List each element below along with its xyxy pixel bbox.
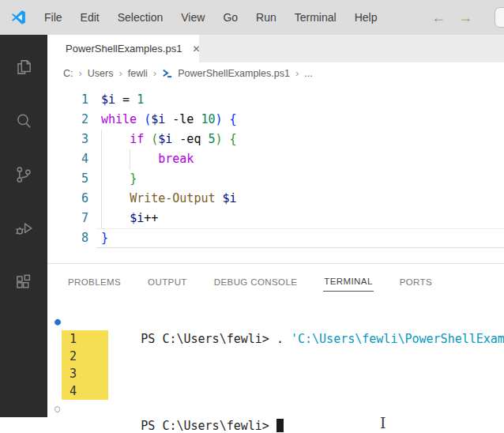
prompt-circle-icon: ○ (55, 400, 60, 417)
code-token (101, 191, 130, 205)
code-token: ++ (144, 211, 158, 225)
terminal-prompt: PS C:\Users\fewli> (141, 419, 269, 433)
code-editor[interactable]: 1 $i = 1 2 while ($i -le 10) { 3 if ($i … (47, 84, 504, 263)
code-line: 1 $i = 1 (47, 90, 504, 110)
terminal-output-line: 3 (47, 365, 504, 382)
code-token (101, 171, 130, 186)
indent-guide (101, 130, 102, 228)
tab-output[interactable]: OUTPUT (147, 273, 188, 292)
code-token: 10 (201, 112, 215, 126)
code-token (144, 132, 151, 146)
code-token (101, 211, 130, 225)
code-line: 2 while ($i -le 10) { (47, 110, 504, 130)
explorer-icon[interactable] (5, 48, 43, 86)
command-center-searchbox[interactable] (495, 7, 504, 28)
line-number: 6 (47, 189, 88, 209)
code-line: 5 } (47, 169, 504, 189)
title-bar: File Edit Selection View Go Run Terminal… (0, 0, 504, 35)
chevron-right-icon: › (119, 67, 122, 79)
line-number: 2 (47, 110, 88, 130)
line-number: 1 (47, 90, 88, 110)
terminal-output-value: 1 (70, 332, 77, 346)
code-token: while (101, 112, 137, 126)
code-token: $i (151, 112, 165, 126)
close-tab-icon[interactable]: ✕ (190, 43, 202, 55)
code-line: 4 break (47, 149, 504, 169)
source-control-icon[interactable] (5, 156, 43, 194)
terminal-command-line: ●PS C:\Users\fewli> . 'C:\Users\fewli\Po… (47, 313, 504, 330)
forward-arrow-icon[interactable]: → (458, 10, 472, 24)
code-line: 3 if ($i -eq 5) { (47, 130, 504, 149)
code-token: if (130, 132, 144, 146)
code-token: } (101, 231, 108, 245)
code-token (101, 132, 130, 146)
code-token: ) (216, 132, 223, 146)
terminal-output-line: 2 (47, 348, 504, 365)
code-token: ( (144, 112, 151, 126)
code-token: 5 (208, 132, 215, 146)
terminal-view[interactable]: ●PS C:\Users\fewli> . 'C:\Users\fewli\Po… (47, 299, 504, 417)
run-and-debug-icon[interactable] (5, 209, 43, 247)
tab-debug-console[interactable]: DEBUG CONSOLE (213, 273, 299, 292)
code-token: -le (165, 112, 201, 126)
vscode-logo-icon (9, 9, 27, 26)
workbench: PowerShellExamples.ps1 ✕ C: › Users › fe… (47, 35, 504, 433)
code-token: $i (130, 211, 144, 225)
code-token: ) (216, 112, 223, 126)
bottom-panel: PROBLEMS OUTPUT DEBUG CONSOLE TERMINAL P… (47, 263, 504, 433)
menu-go[interactable]: Go (223, 11, 238, 24)
command-success-dot-icon[interactable]: ● (55, 313, 61, 330)
terminal-output-value: 4 (70, 384, 77, 398)
tab-powershellexamples[interactable]: PowerShellExamples.ps1 ✕ (47, 35, 199, 62)
code-token (216, 191, 223, 205)
code-token (137, 112, 144, 126)
terminal-output-value: 2 (70, 349, 77, 363)
code-token (223, 112, 230, 126)
code-token: { (230, 132, 237, 146)
terminal-output-value: 3 (70, 367, 77, 381)
terminal-output-line: 1 (47, 330, 504, 348)
extensions-icon[interactable] (5, 263, 43, 301)
line-number: 4 (47, 149, 88, 169)
menu-edit[interactable]: Edit (81, 11, 100, 24)
line-number: 3 (47, 130, 88, 149)
chevron-right-icon: › (295, 67, 299, 79)
breadcrumb-drive[interactable]: C: (63, 68, 73, 79)
breadcrumb-users[interactable]: Users (88, 68, 114, 79)
search-icon[interactable] (5, 102, 43, 140)
chevron-right-icon: › (153, 67, 156, 79)
menu-run[interactable]: Run (256, 11, 276, 24)
code-token: ( (151, 132, 158, 146)
menu-help[interactable]: Help (355, 11, 378, 24)
breadcrumb-symbol-overflow[interactable]: ... (304, 68, 312, 79)
indent-guide (130, 149, 130, 169)
line-number: 8 (47, 228, 88, 248)
menu-file[interactable]: File (44, 11, 62, 24)
code-token: $i (101, 92, 115, 107)
line-number: 5 (47, 169, 88, 189)
code-token: 1 (137, 92, 144, 107)
terminal-output-line: 4 (47, 382, 504, 400)
powershell-file-icon (162, 68, 173, 78)
code-token (223, 132, 230, 146)
tab-problems[interactable]: PROBLEMS (67, 273, 122, 292)
terminal-active-prompt-line[interactable]: ○PS C:\Users\fewli> (47, 400, 504, 417)
menu-view[interactable]: View (181, 11, 205, 24)
code-line: 6 Write-Output $i (47, 189, 504, 209)
menu-selection[interactable]: Selection (118, 11, 164, 24)
code-token: = (115, 92, 137, 107)
vscode-window: File Edit Selection View Go Run Terminal… (0, 0, 504, 433)
tab-ports[interactable]: PORTS (399, 273, 433, 292)
breadcrumb-fewli[interactable]: fewli (128, 68, 148, 79)
tab-terminal[interactable]: TERMINAL (323, 272, 373, 292)
menu-terminal[interactable]: Terminal (295, 11, 337, 24)
chevron-right-icon: › (79, 67, 82, 79)
breadcrumb: C: › Users › fewli › PowerShellExamples.… (47, 62, 504, 84)
breadcrumb-file[interactable]: PowerShellExamples.ps1 (178, 68, 290, 79)
code-token: $i (223, 191, 237, 205)
panel-tab-bar: PROBLEMS OUTPUT DEBUG CONSOLE TERMINAL P… (47, 264, 504, 299)
code-token: break (158, 152, 194, 166)
code-token: } (130, 171, 137, 186)
line-number: 7 (47, 209, 88, 228)
back-arrow-icon[interactable]: ← (431, 10, 446, 24)
